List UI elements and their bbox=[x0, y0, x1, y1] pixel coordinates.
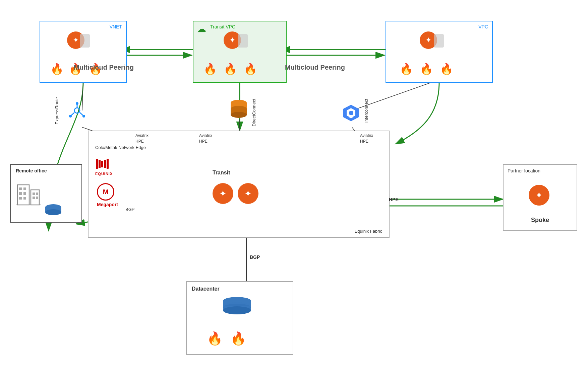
datacenter-router-icon bbox=[220, 297, 254, 318]
aviatrix-hpe-center-label: AviatrixHPE bbox=[199, 133, 212, 144]
vnet-box: VNET 🔥 🔥 🔥 bbox=[40, 21, 127, 83]
colo-box: Colo/Metal/ Network Edge AviatrixHPE Avi… bbox=[88, 131, 390, 238]
diagram-container: VNET 🔥 🔥 🔥 ☁ Transit VPC 🔥 🔥 🔥 VPC 🔥 🔥 🔥… bbox=[0, 0, 588, 380]
building-icon bbox=[14, 178, 44, 210]
svg-rect-50 bbox=[36, 193, 38, 195]
svg-rect-48 bbox=[23, 197, 26, 200]
svg-point-29 bbox=[231, 112, 247, 118]
transit-gw-1 bbox=[213, 183, 233, 204]
expressroute-icon bbox=[67, 102, 87, 120]
partner-location-box: Partner location Spoke bbox=[503, 164, 577, 231]
multicloud-peering-right-label: Multicloud Peering bbox=[285, 64, 345, 71]
dc-firewall-right: 🔥 bbox=[230, 331, 246, 346]
interconnect-icon bbox=[342, 104, 360, 124]
svg-rect-44 bbox=[23, 187, 26, 190]
aviatrix-hpe-right-label: AviatrixHPE bbox=[360, 133, 373, 144]
interconnect-label: Interconnect bbox=[364, 99, 369, 123]
svg-rect-45 bbox=[19, 192, 22, 195]
vpc-firewall-mid: 🔥 bbox=[420, 63, 433, 75]
svg-point-23 bbox=[69, 115, 72, 118]
bgp-bottom-label: BGP bbox=[250, 254, 260, 260]
svg-rect-52 bbox=[36, 197, 38, 199]
vpc-firewall-right: 🔥 bbox=[440, 63, 453, 75]
remote-office-box: Remote office bbox=[10, 164, 82, 223]
transit-gw-2 bbox=[238, 183, 258, 204]
svg-rect-51 bbox=[33, 197, 35, 199]
transit-vpc-firewall-right: 🔥 bbox=[244, 63, 257, 75]
svg-rect-49 bbox=[33, 193, 35, 195]
datacenter-label: Datacenter bbox=[192, 286, 220, 292]
aviatrix-hpe-left-label: AviatrixHPE bbox=[135, 133, 149, 144]
svg-rect-46 bbox=[23, 192, 26, 195]
svg-rect-39 bbox=[104, 160, 106, 168]
vnet-label: VNET bbox=[110, 24, 122, 29]
svg-point-22 bbox=[76, 102, 78, 105]
vpc-box: VPC 🔥 🔥 🔥 bbox=[386, 21, 493, 83]
remote-office-label: Remote office bbox=[16, 168, 47, 173]
svg-rect-36 bbox=[96, 159, 98, 169]
svg-point-56 bbox=[45, 209, 61, 215]
megaport-label: Megaport bbox=[97, 202, 118, 207]
svg-line-20 bbox=[71, 112, 74, 116]
colo-label: Colo/Metal/ Network Edge bbox=[95, 145, 146, 151]
svg-rect-40 bbox=[107, 159, 109, 169]
vnet-firewall-left: 🔥 bbox=[50, 63, 64, 75]
svg-rect-37 bbox=[99, 160, 101, 168]
vpc-firewall-left: 🔥 bbox=[400, 63, 413, 75]
transit-vpc-box: ☁ Transit VPC 🔥 🔥 🔥 bbox=[193, 21, 287, 83]
remote-router-icon bbox=[44, 202, 63, 217]
hpe-right-label: HPE bbox=[389, 197, 399, 202]
datacenter-box: Datacenter 🔥 🔥 bbox=[186, 281, 293, 355]
equinix-fabric-label: Equinix Fabric bbox=[355, 229, 382, 234]
transit-vpc-firewall-left: 🔥 bbox=[203, 63, 217, 75]
equinix-brand-label: EQUINIX bbox=[95, 172, 113, 176]
svg-rect-43 bbox=[19, 187, 22, 190]
directconnect-icon bbox=[230, 99, 248, 122]
dc-firewall-left: 🔥 bbox=[207, 331, 223, 346]
transit-vpc-firewall-mid: 🔥 bbox=[224, 63, 237, 75]
svg-rect-47 bbox=[19, 197, 22, 200]
svg-point-18 bbox=[74, 108, 80, 113]
svg-point-62 bbox=[223, 306, 251, 314]
partner-spoke-gw bbox=[529, 185, 549, 206]
megaport-logo: M Megaport bbox=[97, 183, 118, 207]
svg-rect-38 bbox=[101, 161, 103, 167]
transit-label: Transit bbox=[213, 170, 230, 176]
directconnect-label: DirectConnect bbox=[251, 99, 256, 126]
transit-vpc-cloud-icon: ☁ bbox=[197, 23, 206, 34]
spoke-label: Spoke bbox=[504, 217, 577, 224]
svg-point-24 bbox=[82, 115, 85, 118]
bgp-left-label: BGP bbox=[125, 207, 134, 212]
transit-vpc-label: Transit VPC bbox=[210, 24, 235, 29]
vpc-label: VPC bbox=[478, 24, 488, 29]
svg-line-21 bbox=[80, 112, 83, 116]
multicloud-peering-left-label: Multicloud Peering bbox=[74, 64, 134, 71]
partner-location-label: Partner location bbox=[508, 168, 540, 173]
expressroute-label: ExpressRoute bbox=[54, 97, 59, 125]
svg-rect-32 bbox=[349, 111, 353, 115]
equinix-logo: EQUINIX bbox=[95, 158, 113, 176]
